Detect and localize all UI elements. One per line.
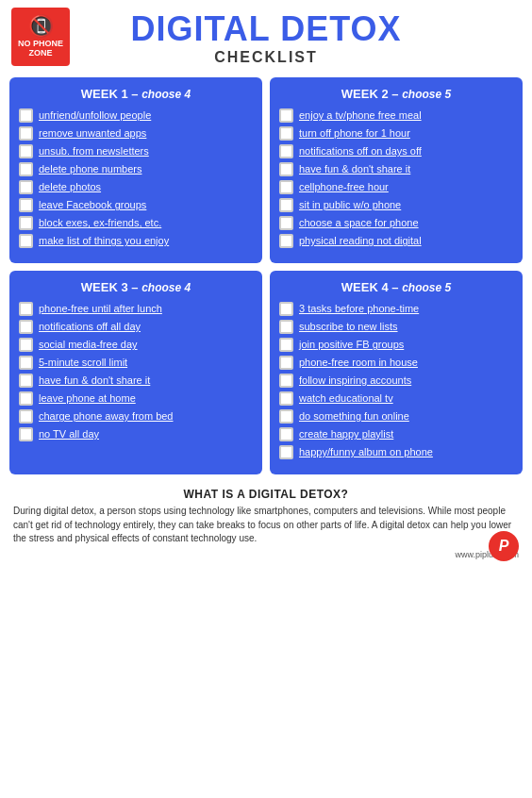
item-label: phone-free room in house [299, 356, 418, 369]
list-item[interactable]: delete phone numbers [19, 162, 253, 176]
checkbox[interactable] [279, 108, 293, 123]
checkbox[interactable] [19, 144, 33, 158]
item-label: 5-minute scroll limit [39, 356, 127, 369]
list-item[interactable]: unsub. from newsletters [19, 144, 253, 158]
list-item[interactable]: no TV all day [19, 427, 253, 441]
item-label: remove unwanted apps [39, 126, 146, 140]
checkbox[interactable] [279, 162, 293, 176]
checkbox[interactable] [279, 126, 293, 141]
checkbox[interactable] [19, 108, 33, 123]
checkbox[interactable] [279, 445, 293, 459]
checkbox[interactable] [19, 427, 33, 441]
list-item[interactable]: do something fun online [279, 409, 513, 424]
list-item[interactable]: enjoy a tv/phone free meal [279, 108, 513, 123]
checkbox[interactable] [279, 180, 293, 194]
week-title-3: WEEK 3 – choose 4 [19, 280, 253, 294]
week-box-3: WEEK 3 – choose 4phone-free until after … [9, 271, 262, 474]
footer: WHAT IS A DIGITAL DETOX? During digital … [0, 480, 532, 569]
item-label: cellphone-free hour [299, 180, 389, 193]
piplum-logo: P [489, 531, 519, 561]
week-box-2: WEEK 2 – choose 5enjoy a tv/phone free m… [270, 77, 523, 263]
week-title-2: WEEK 2 – choose 5 [279, 87, 513, 101]
item-label: join positive FB groups [299, 338, 404, 351]
list-item[interactable]: sit in public w/o phone [279, 198, 513, 212]
header-text: DIGITAL DETOX CHECKLIST [130, 9, 401, 66]
checkbox[interactable] [19, 126, 33, 141]
list-item[interactable]: phone-free room in house [279, 356, 513, 370]
checkbox[interactable] [279, 356, 293, 370]
list-item[interactable]: have fun & don't share it [19, 374, 253, 388]
list-item[interactable]: notifications off all day [19, 320, 253, 334]
item-label: choose a space for phone [299, 216, 419, 229]
list-item[interactable]: unfriend/unfollow people [19, 108, 253, 123]
list-item[interactable]: create happy playlist [279, 427, 513, 441]
checkbox[interactable] [19, 338, 33, 352]
checkbox[interactable] [19, 162, 33, 176]
list-item[interactable]: phone-free until after lunch [19, 302, 253, 316]
checkbox[interactable] [279, 302, 293, 316]
checkbox[interactable] [19, 216, 33, 230]
list-item[interactable]: leave phone at home [19, 391, 253, 406]
list-item[interactable]: social media-free day [19, 338, 253, 352]
footer-title: WHAT IS A DIGITAL DETOX? [13, 488, 519, 501]
checkbox[interactable] [19, 391, 33, 406]
list-item[interactable]: leave Facebook groups [19, 198, 253, 212]
checkbox[interactable] [279, 391, 293, 406]
list-item[interactable]: choose a space for phone [279, 216, 513, 230]
checkbox[interactable] [19, 409, 33, 424]
list-item[interactable]: happy/funny album on phone [279, 445, 513, 459]
checkbox[interactable] [19, 302, 33, 316]
list-item[interactable]: subscribe to new lists [279, 320, 513, 334]
main-subtitle: CHECKLIST [130, 49, 401, 66]
footer-body: During digital detox, a person stops usi… [13, 505, 519, 546]
list-item[interactable]: remove unwanted apps [19, 126, 253, 141]
main-title: DIGITAL DETOX [130, 9, 401, 49]
item-label: phone-free until after lunch [39, 302, 162, 315]
list-item[interactable]: follow inspiring accounts [279, 374, 513, 388]
footer-url: www.piplum.com [13, 550, 519, 559]
item-label: delete photos [39, 180, 101, 193]
list-item[interactable]: join positive FB groups [279, 338, 513, 352]
week-title-1: WEEK 1 – choose 4 [19, 87, 253, 101]
week-box-4: WEEK 4 – choose 53 tasks before phone-ti… [270, 271, 523, 474]
item-label: subscribe to new lists [299, 320, 398, 333]
checkbox[interactable] [19, 320, 33, 334]
list-item[interactable]: charge phone away from bed [19, 409, 253, 424]
checkbox[interactable] [19, 198, 33, 212]
item-label: sit in public w/o phone [299, 198, 401, 211]
badge-line2: ZONE [28, 49, 52, 58]
item-label: turn off phone for 1 hour [299, 126, 410, 140]
list-item[interactable]: block exes, ex-friends, etc. [19, 216, 253, 230]
item-label: create happy playlist [299, 427, 393, 441]
item-label: block exes, ex-friends, etc. [39, 216, 161, 229]
list-item[interactable]: physical reading not digital [279, 234, 513, 248]
list-item[interactable]: make list of things you enjoy [19, 234, 253, 248]
item-label: happy/funny album on phone [299, 445, 433, 458]
checkbox[interactable] [19, 180, 33, 194]
checkbox[interactable] [279, 374, 293, 388]
item-label: no TV all day [39, 427, 99, 441]
checkbox[interactable] [279, 320, 293, 334]
checkbox[interactable] [279, 198, 293, 212]
list-item[interactable]: have fun & don't share it [279, 162, 513, 176]
checkbox[interactable] [279, 144, 293, 158]
checkbox[interactable] [279, 427, 293, 441]
checkbox[interactable] [19, 374, 33, 388]
list-item[interactable]: cellphone-free hour [279, 180, 513, 194]
checkbox[interactable] [19, 356, 33, 370]
list-item[interactable]: notifications off on days off [279, 144, 513, 158]
checkbox[interactable] [279, 216, 293, 230]
checkbox[interactable] [279, 338, 293, 352]
list-item[interactable]: 5-minute scroll limit [19, 356, 253, 370]
list-item[interactable]: 3 tasks before phone-time [279, 302, 513, 316]
list-item[interactable]: turn off phone for 1 hour [279, 126, 513, 141]
list-item[interactable]: watch educational tv [279, 391, 513, 406]
checkbox[interactable] [279, 409, 293, 424]
list-item[interactable]: delete photos [19, 180, 253, 194]
item-label: make list of things you enjoy [39, 234, 169, 247]
checkbox[interactable] [279, 234, 293, 248]
checkbox[interactable] [19, 234, 33, 248]
week-box-1: WEEK 1 – choose 4unfriend/unfollow peopl… [9, 77, 262, 263]
item-label: leave Facebook groups [39, 198, 146, 211]
header: 📵 NO PHONE ZONE DIGITAL DETOX CHECKLIST [0, 0, 532, 72]
